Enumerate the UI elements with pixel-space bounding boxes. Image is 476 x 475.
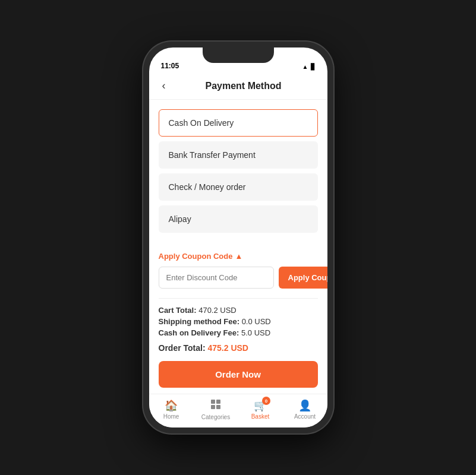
cart-total-line: Cart Total: 470.2 USD [159, 306, 318, 315]
coupon-row: Apply Coupon [159, 267, 318, 289]
header: ‹ Payment Method [149, 74, 327, 100]
nav-categories[interactable]: Categories [194, 399, 238, 420]
cod-fee-line: Cash on Delivery Fee: 5.0 USD [159, 328, 318, 337]
nav-categories-label: Categories [201, 414, 230, 420]
svg-rect-1 [216, 400, 220, 404]
payment-option-alipay[interactable]: Alipay [159, 205, 318, 233]
coupon-input[interactable] [159, 267, 274, 289]
phone-frame: 11:05 ▲ ▊ ‹ Payment Method Cash On Deliv… [143, 42, 333, 433]
order-total-line: Order Total: 475.2 USD [159, 343, 318, 353]
battery-icon: ▊ [311, 64, 316, 70]
svg-rect-3 [216, 405, 220, 409]
payment-option-bank[interactable]: Bank Transfer Payment [159, 141, 318, 169]
basket-icon: 🛒 0 [254, 399, 267, 412]
order-summary: Cart Total: 470.2 USD Shipping method Fe… [159, 298, 318, 353]
nav-home[interactable]: 🏠 Home [149, 399, 194, 420]
status-time: 11:05 [161, 62, 179, 70]
payment-option-check[interactable]: Check / Money order [159, 173, 318, 201]
status-icons: ▲ ▊ [302, 64, 316, 70]
nav-home-label: Home [163, 413, 179, 420]
apply-coupon-button[interactable]: Apply Coupon [279, 267, 327, 289]
nav-account-label: Account [294, 413, 316, 420]
basket-badge: 0 [262, 397, 270, 405]
main-content: Cash On Delivery Bank Transfer Payment C… [149, 100, 327, 394]
coupon-toggle-label: Apply Coupon Code [159, 252, 233, 261]
home-icon: 🏠 [165, 399, 178, 412]
wifi-icon: ▲ [302, 64, 308, 70]
svg-rect-2 [211, 405, 215, 409]
account-icon: 👤 [298, 399, 311, 412]
notch [203, 48, 274, 63]
shipping-fee-line: Shipping method Fee: 0.0 USD [159, 317, 318, 326]
nav-basket[interactable]: 🛒 0 Basket [238, 399, 283, 420]
nav-account[interactable]: 👤 Account [283, 399, 327, 420]
page-title: Payment Method [169, 81, 318, 91]
phone-screen: 11:05 ▲ ▊ ‹ Payment Method Cash On Deliv… [149, 48, 327, 428]
coupon-toggle[interactable]: Apply Coupon Code ▲ [159, 252, 318, 261]
payment-option-cod[interactable]: Cash On Delivery [159, 109, 318, 137]
svg-rect-0 [211, 400, 215, 404]
order-now-button[interactable]: Order Now [159, 361, 318, 388]
categories-icon [210, 399, 221, 413]
coupon-toggle-icon: ▲ [235, 252, 242, 261]
nav-basket-label: Basket [251, 413, 270, 420]
coupon-section: Apply Coupon Code ▲ Apply Coupon [159, 252, 318, 289]
back-button[interactable]: ‹ [159, 78, 169, 93]
bottom-nav: 🏠 Home Categories 🛒 0 [149, 394, 327, 428]
